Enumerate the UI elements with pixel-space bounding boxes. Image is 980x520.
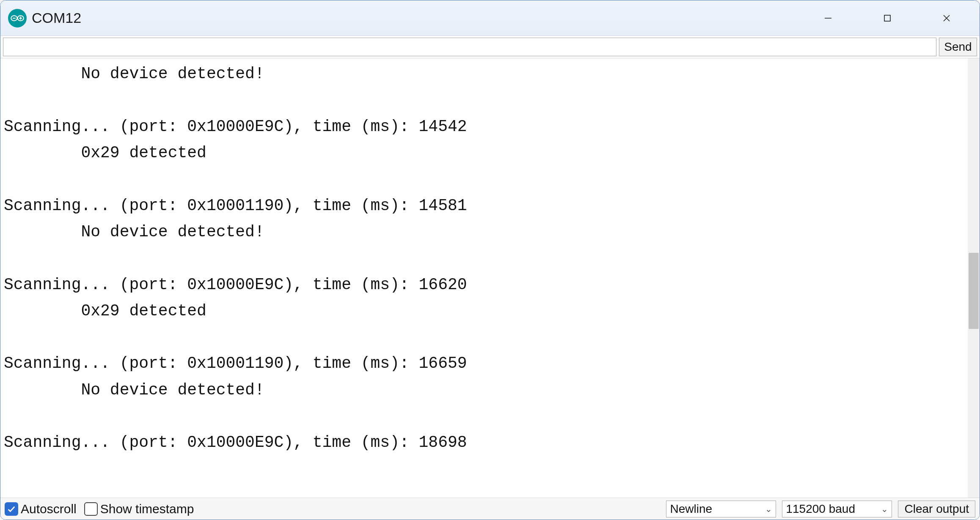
serial-input[interactable] [3,38,936,56]
statusbar: Autoscroll Show timestamp Newline ⌄ 1152… [0,498,980,520]
close-button[interactable] [917,0,976,36]
send-row: Send [0,36,980,58]
autoscroll-label: Autoscroll [21,502,77,516]
baud-rate-value: 115200 baud [786,502,855,516]
baud-rate-select[interactable]: 115200 baud ⌄ [782,501,892,517]
titlebar[interactable]: COM12 [0,0,980,36]
window-controls [798,0,976,36]
window-title: COM12 [32,10,798,26]
maximize-button[interactable] [858,0,917,36]
clear-output-button[interactable]: Clear output [898,501,975,517]
chevron-down-icon: ⌄ [881,504,888,514]
send-button[interactable]: Send [939,38,977,56]
serial-text: No device detected! Scanning... (port: 0… [4,61,964,456]
minimize-button[interactable] [798,0,858,36]
line-ending-select[interactable]: Newline ⌄ [666,501,776,517]
clear-output-label: Clear output [904,502,969,516]
line-ending-value: Newline [670,502,712,516]
serial-monitor-window: COM12 Send No device detected! Scanning.… [0,0,980,520]
svg-rect-6 [884,15,890,21]
console-area: No device detected! Scanning... (port: 0… [0,58,980,498]
serial-output[interactable]: No device detected! Scanning... (port: 0… [0,58,968,498]
show-timestamp-checkbox[interactable]: Show timestamp [84,502,194,516]
scrollbar-thumb[interactable] [969,253,979,329]
arduino-icon [8,9,27,27]
scrollbar[interactable] [968,58,980,498]
chevron-down-icon: ⌄ [765,504,772,514]
autoscroll-checkbox[interactable]: Autoscroll [5,502,77,516]
show-timestamp-label: Show timestamp [100,502,194,516]
